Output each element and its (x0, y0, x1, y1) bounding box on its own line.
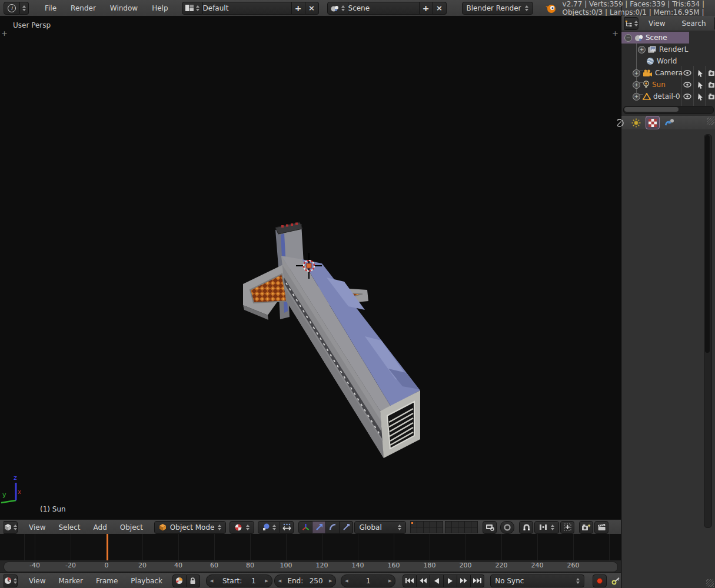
snap-element-dropdown[interactable] (534, 521, 559, 534)
menu-view[interactable]: View (22, 523, 52, 532)
collapse-icon[interactable]: − (624, 34, 632, 42)
shading-texture-sphere-icon (234, 523, 242, 532)
decrement-icon[interactable]: ◀ (210, 579, 213, 583)
render-engine-dropdown[interactable]: Blender Render (462, 2, 533, 15)
menu-search[interactable]: Search (675, 19, 712, 28)
object-mode-cube-icon (159, 523, 167, 531)
manipulate-centers-toggle[interactable] (280, 521, 294, 534)
expand-icon[interactable]: + (638, 46, 646, 54)
orientation-dropdown[interactable]: Global (354, 521, 406, 534)
viewport-shading-dropdown[interactable] (230, 521, 254, 534)
menu-file[interactable]: File (38, 4, 63, 12)
proportional-edit-dropdown[interactable] (500, 521, 514, 534)
jump-to-end-button[interactable] (471, 574, 484, 587)
timeline-h-scrollbar[interactable] (4, 562, 618, 572)
auto-keyframe-record-button[interactable] (593, 574, 607, 587)
menu-object[interactable]: Object (114, 523, 149, 532)
next-keyframe-button[interactable] (457, 574, 471, 587)
decrement-icon[interactable]: ◀ (278, 579, 281, 583)
use-preview-range-toggle[interactable] (172, 574, 187, 587)
sync-dropdown[interactable]: No Sync (490, 574, 584, 587)
increment-icon[interactable]: ▶ (265, 579, 268, 583)
timeline-editor-type-button[interactable] (4, 574, 18, 587)
playhead[interactable] (107, 534, 108, 560)
increment-icon[interactable]: ▶ (388, 579, 391, 583)
material-tab-icon[interactable] (617, 118, 627, 128)
end-frame-field[interactable]: ◀ End: 250 ▶ (274, 574, 337, 587)
snap-toggle[interactable] (519, 521, 533, 534)
scene-add-button[interactable]: + (420, 2, 433, 15)
padlock-icon (189, 577, 196, 584)
ruler-tick: -20 (65, 562, 76, 569)
snap-target-button[interactable] (560, 521, 574, 534)
plus-icon: + (295, 4, 302, 13)
outliner-row-renderlayers[interactable]: + RenderL (621, 44, 715, 55)
outliner-row-scene[interactable]: − Scene (621, 32, 689, 44)
pivot-point-dropdown[interactable] (258, 521, 280, 534)
scene-close-button[interactable]: × (433, 2, 447, 15)
expand-icon[interactable]: + (633, 93, 640, 101)
texture-tab-icon[interactable] (646, 116, 660, 129)
menu-add[interactable]: Add (87, 523, 114, 532)
viewport-3d[interactable]: User Persp + + (0, 16, 621, 519)
previous-keyframe-button[interactable] (417, 574, 430, 587)
properties-v-scrollbar[interactable] (704, 134, 712, 528)
menu-select[interactable]: Select (52, 523, 87, 532)
menu-render[interactable]: Render (64, 4, 102, 12)
outliner-panel[interactable]: − Scene + RenderL World + Camera (621, 31, 715, 116)
opengl-anim-button[interactable] (594, 521, 608, 534)
mode-dropdown[interactable]: Object Mode (154, 521, 227, 534)
timeline-canvas[interactable] (0, 534, 621, 560)
scene-name-field[interactable]: Scene (348, 2, 420, 15)
physics-tab-icon[interactable] (664, 118, 674, 127)
outliner-editor-type-button[interactable] (624, 17, 638, 30)
layout-name-field[interactable]: Default (203, 2, 292, 15)
menu-view[interactable]: View (22, 577, 52, 585)
editor-type-arrows[interactable] (20, 2, 29, 15)
expand-icon[interactable]: + (633, 69, 640, 77)
active-object-label: (1) Sun (40, 505, 66, 513)
menu-frame[interactable]: Frame (89, 577, 124, 585)
start-frame-field[interactable]: ◀ Start: 1 ▶ (206, 574, 272, 587)
properties-panel[interactable] (621, 129, 715, 588)
play-button[interactable] (444, 574, 457, 587)
ruler-tick: 20 (138, 562, 147, 569)
layout-close-button[interactable]: × (305, 2, 319, 15)
manipulator-rotate-toggle[interactable] (326, 521, 340, 534)
current-frame-field[interactable]: ◀ 1 ▶ (341, 574, 395, 587)
decrement-icon[interactable]: ◀ (345, 579, 348, 583)
manipulator-translate-toggle[interactable] (312, 521, 326, 534)
pivot-median-icon (262, 523, 270, 531)
outliner-row-world[interactable]: World (621, 55, 715, 67)
manipulator-toggle[interactable] (298, 521, 312, 534)
layer-cell[interactable] (436, 527, 443, 533)
menu-marker[interactable]: Marker (52, 577, 89, 585)
layout-icon-button[interactable] (182, 2, 203, 15)
menu-view[interactable]: View (642, 19, 671, 28)
increment-icon[interactable]: ▶ (329, 579, 332, 583)
expand-icon[interactable]: + (633, 81, 640, 89)
lock-to-scene-toggle[interactable] (483, 521, 497, 534)
cube-icon (4, 523, 12, 531)
opengl-render-button[interactable] (579, 521, 593, 534)
layers-widget[interactable] (411, 521, 478, 533)
view3d-editor-type-button[interactable] (4, 521, 18, 534)
layer-cell[interactable] (471, 527, 478, 533)
timeline-ruler[interactable]: -40 -20 0 20 40 60 80 100 120 140 160 18… (0, 560, 621, 572)
editor-type-button[interactable]: i (4, 2, 20, 15)
play-reverse-button[interactable] (430, 574, 444, 587)
scene-icon-button[interactable] (327, 2, 348, 15)
jump-to-start-button[interactable] (403, 574, 417, 587)
menu-window[interactable]: Window (104, 4, 144, 12)
rotate-arc-icon (329, 523, 337, 531)
layout-add-button[interactable]: + (292, 2, 305, 15)
menu-playback[interactable]: Playback (124, 577, 169, 585)
lamp-data-tab-icon[interactable] (631, 118, 641, 128)
lock-time-cursor-toggle[interactable] (187, 574, 200, 587)
menu-help[interactable]: Help (145, 4, 174, 12)
model-detail-0[interactable] (0, 16, 621, 519)
keying-set-button[interactable] (611, 577, 621, 585)
manipulator-scale-toggle[interactable] (340, 521, 353, 534)
blender-logo-icon (545, 3, 557, 14)
outliner-h-scrollbar[interactable] (623, 106, 714, 114)
